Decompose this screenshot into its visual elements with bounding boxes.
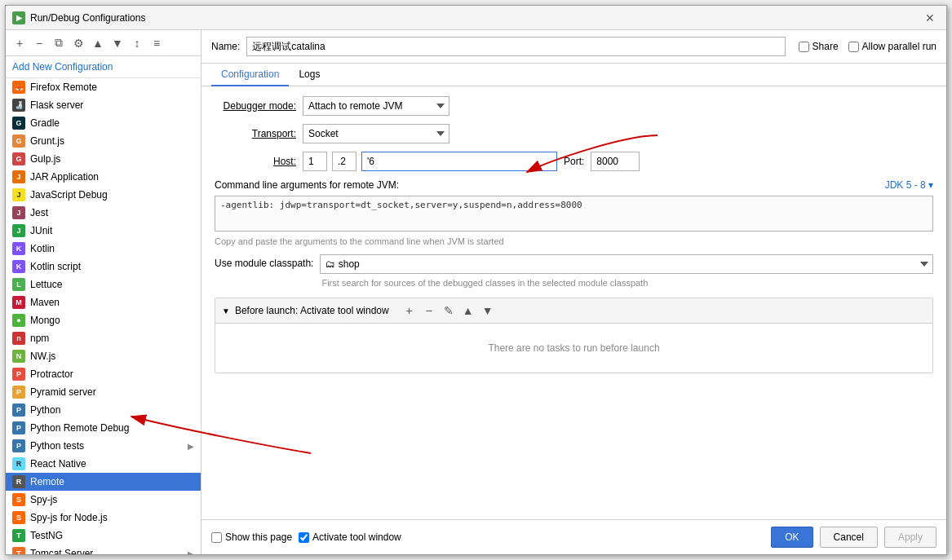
- right-panel: Name: Share Allow parallel run: [201, 30, 946, 554]
- parallel-checkbox[interactable]: [848, 42, 859, 52]
- parallel-checkbox-label[interactable]: Allow parallel run: [848, 41, 937, 52]
- port-input[interactable]: [591, 152, 640, 171]
- list-item-label-lettuce: Lettuce: [30, 279, 194, 290]
- module-select[interactable]: 🗂 shop: [320, 254, 933, 274]
- sort-button[interactable]: ↕: [128, 34, 146, 52]
- list-item-python[interactable]: PPython: [6, 401, 201, 419]
- bottom-bar: Show this page Activate tool window OK C…: [201, 519, 946, 554]
- list-item-protractor[interactable]: PProtractor: [6, 365, 201, 383]
- list-item-js-debug[interactable]: JJavaScript Debug: [6, 186, 201, 204]
- list-item-gradle[interactable]: GGradle: [6, 114, 201, 132]
- title-bar: ▶ Run/Debug Configurations ✕: [6, 6, 946, 30]
- tab-configuration[interactable]: Configuration: [211, 64, 289, 86]
- remove-button[interactable]: −: [30, 34, 48, 52]
- list-item-nwjs[interactable]: NNW.js: [6, 347, 201, 365]
- list-item-spyjs[interactable]: SSpy-js: [6, 491, 201, 509]
- host-input-3[interactable]: [361, 152, 557, 171]
- share-checkbox[interactable]: [799, 42, 809, 52]
- spyjs-icon: S: [12, 493, 25, 506]
- order-button[interactable]: ≡: [148, 34, 166, 52]
- list-item-react-native[interactable]: RReact Native: [6, 455, 201, 473]
- apply-button[interactable]: Apply: [884, 527, 937, 548]
- list-item-jar-app[interactable]: JJAR Application: [6, 168, 201, 186]
- add-config-bar[interactable]: Add New Configuration: [6, 56, 201, 78]
- cmd-header: Command line arguments for remote JVM: J…: [215, 179, 933, 191]
- list-item-label-gulp: Gulp.js: [30, 153, 194, 165]
- activate-window-checkbox[interactable]: [299, 532, 309, 543]
- list-item-label-js-debug: JavaScript Debug: [30, 189, 194, 201]
- mongo-icon: ●: [12, 314, 25, 327]
- list-item-label-spyjs: Spy-js: [30, 494, 194, 505]
- jdk-link[interactable]: JDK 5 - 8 ▾: [885, 179, 933, 191]
- down-button[interactable]: ▼: [108, 34, 126, 52]
- list-item-junit[interactable]: JJUnit: [6, 222, 201, 240]
- show-page-checkbox-label[interactable]: Show this page: [211, 531, 292, 543]
- before-add-button[interactable]: +: [401, 302, 418, 320]
- list-item-label-tomcat: Tomcat Server: [30, 548, 188, 554]
- transport-select[interactable]: Socket: [303, 124, 449, 143]
- add-button[interactable]: +: [11, 34, 29, 52]
- list-item-remote[interactable]: RRemote: [6, 473, 201, 491]
- tab-logs[interactable]: Logs: [289, 64, 330, 86]
- list-item-label-mongo: Mongo: [30, 315, 194, 326]
- list-item-label-spyjs-node: Spy-js for Node.js: [30, 512, 194, 523]
- list-item-tomcat[interactable]: TTomcat Server▶: [6, 545, 201, 554]
- list-item-npm[interactable]: nnpm: [6, 329, 201, 347]
- cmd-label: Command line arguments for remote JVM:: [215, 179, 399, 191]
- activate-window-checkbox-label[interactable]: Activate tool window: [299, 531, 401, 543]
- list-item-label-firefox-remote: Firefox Remote: [30, 82, 194, 93]
- debugger-mode-row: Debugger mode: Attach to remote JVM: [215, 96, 933, 116]
- share-checkbox-label[interactable]: Share: [799, 41, 839, 52]
- before-toolbar: + − ✎ ▲ ▼: [401, 302, 497, 320]
- port-label: Port:: [564, 156, 584, 167]
- module-row: Use module classpath: 🗂 shop First searc…: [215, 254, 933, 289]
- list-item-lettuce[interactable]: LLettuce: [6, 276, 201, 293]
- up-button[interactable]: ▲: [89, 34, 107, 52]
- list-item-gulp[interactable]: GGulp.js: [6, 150, 201, 168]
- list-item-label-kotlin-script: Kotlin script: [30, 261, 194, 272]
- list-item-kotlin[interactable]: KKotlin: [6, 240, 201, 258]
- before-content: There are no tasks to run before launch: [215, 324, 932, 373]
- host-input-1[interactable]: [303, 152, 327, 171]
- cmd-textarea[interactable]: -agentlib: jdwp=transport=dt_socket,serv…: [215, 196, 933, 231]
- cmd-section: Command line arguments for remote JVM: J…: [215, 179, 933, 246]
- list-item-grunt[interactable]: GGrunt.js: [6, 132, 201, 150]
- show-page-checkbox[interactable]: [211, 532, 222, 543]
- list-item-spyjs-node[interactable]: SSpy-js for Node.js: [6, 509, 201, 527]
- host-label: Host:: [215, 156, 296, 167]
- list-item-maven[interactable]: MMaven: [6, 293, 201, 311]
- python-tests-icon: P: [12, 439, 25, 452]
- list-item-pyramid[interactable]: PPyramid server: [6, 383, 201, 401]
- settings-button[interactable]: ⚙: [69, 34, 87, 52]
- before-down-button[interactable]: ▼: [479, 302, 497, 320]
- name-input[interactable]: [246, 37, 785, 56]
- python-icon: P: [12, 403, 25, 417]
- list-item-kotlin-script[interactable]: KKotlin script: [6, 258, 201, 276]
- close-button[interactable]: ✕: [920, 10, 940, 26]
- before-edit-button[interactable]: ✎: [440, 302, 458, 320]
- list-item-mongo[interactable]: ●Mongo: [6, 311, 201, 329]
- list-item-testng[interactable]: TTestNG: [6, 527, 201, 545]
- python-remote-icon: P: [12, 421, 25, 434]
- collapse-arrow[interactable]: ▼: [222, 306, 230, 315]
- list-item-jest[interactable]: JJest: [6, 204, 201, 222]
- config-content: Debugger mode: Attach to remote JVM Tran…: [201, 86, 946, 519]
- before-up-button[interactable]: ▲: [459, 302, 477, 320]
- list-item-firefox-remote[interactable]: 🦊Firefox Remote: [6, 78, 201, 96]
- host-input-2[interactable]: [332, 152, 356, 171]
- ok-button[interactable]: OK: [771, 527, 813, 548]
- list-item-label-jar-app: JAR Application: [30, 171, 194, 183]
- list-item-python-tests[interactable]: PPython tests▶: [6, 437, 201, 455]
- before-remove-button[interactable]: −: [420, 302, 438, 320]
- list-item-label-python-tests: Python tests: [30, 440, 188, 452]
- list-item-label-flask-server: Flask server: [30, 99, 194, 111]
- debugger-mode-select[interactable]: Attach to remote JVM: [303, 96, 449, 116]
- before-label: Before launch: Activate tool window: [235, 305, 389, 316]
- window-title: Run/Debug Configurations: [30, 12, 920, 24]
- debugger-mode-label: Debugger mode:: [215, 100, 296, 112]
- list-item-python-remote[interactable]: PPython Remote Debug: [6, 419, 201, 437]
- module-label: Use module classpath:: [215, 258, 313, 269]
- list-item-flask-server[interactable]: 🍶Flask server: [6, 96, 201, 114]
- cancel-button[interactable]: Cancel: [820, 527, 878, 548]
- copy-button[interactable]: ⧉: [50, 34, 68, 52]
